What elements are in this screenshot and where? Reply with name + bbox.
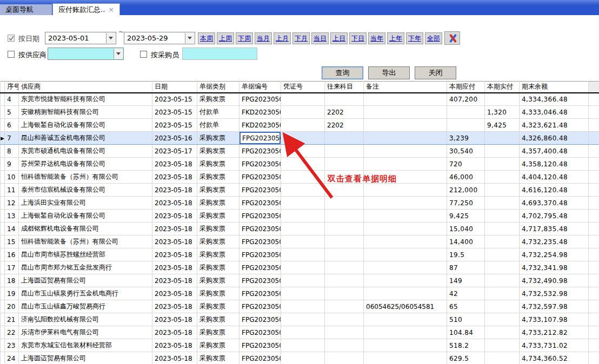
row-indicator[interactable] <box>1 261 5 274</box>
cell-voucher[interactable] <box>281 352 325 364</box>
cell-balance[interactable]: 4,333,046.48 <box>520 106 589 119</box>
cell-type[interactable]: 采购发票 <box>197 326 239 339</box>
cell-no[interactable]: 18 <box>5 274 19 287</box>
cell-note[interactable] <box>364 352 447 364</box>
cell-paid[interactable] <box>485 158 520 171</box>
supplier-filter-checkbox[interactable] <box>8 51 15 58</box>
table-row[interactable]: 12上海浜田实业有限公司2023-05-18采购发票FPG20230500977… <box>1 197 599 210</box>
cell-date[interactable]: 2023-05-18 <box>152 223 197 235</box>
cell-paid[interactable] <box>485 145 520 158</box>
quick-filter-button[interactable]: 上月 <box>274 32 291 44</box>
table-row[interactable]: 6上海银錾自动化设备有限公司2023-05-15付款单FKD2023050042… <box>1 119 599 132</box>
cell-balance[interactable]: 4,326,860.48 <box>520 132 589 145</box>
cell-voucher[interactable] <box>281 210 325 223</box>
row-indicator[interactable] <box>1 171 5 184</box>
cell-paid[interactable] <box>485 223 520 235</box>
table-row[interactable]: ▶7昆山和善诚五金机电有限公司2023-05-16采购发票FPG20230500… <box>1 132 599 145</box>
cell-balance[interactable]: 4,732,254.98 <box>520 248 589 261</box>
row-indicator[interactable] <box>1 106 5 119</box>
row-indicator[interactable] <box>1 184 5 197</box>
cell-balance[interactable]: 4,323,621.48 <box>520 119 589 132</box>
row-indicator[interactable] <box>1 223 5 235</box>
cell-payable[interactable]: 87 <box>447 261 485 274</box>
quick-filter-button[interactable]: 上周 <box>217 32 234 44</box>
date-from-select[interactable]: 2023-05-01 <box>45 32 116 44</box>
cell-note[interactable] <box>364 326 447 339</box>
row-indicator[interactable] <box>1 300 5 313</box>
cell-payable[interactable]: 15,040 <box>447 223 485 235</box>
cell-note[interactable] <box>364 106 447 119</box>
cell-note[interactable] <box>364 132 447 145</box>
cell-note[interactable] <box>364 313 447 326</box>
cell-payable[interactable]: 104.84 <box>447 326 485 339</box>
cell-payable[interactable]: 407,200 <box>447 93 485 106</box>
cell-docno[interactable]: FPG202305013 <box>239 248 281 261</box>
table-row[interactable]: 21济南弘阳数控机械有限公司2023-05-18采购发票FPG202305018… <box>1 313 599 326</box>
cell-paid[interactable] <box>485 248 520 261</box>
quick-filter-button[interactable]: 当月 <box>255 32 272 44</box>
cell-payable[interactable]: 19.5 <box>447 248 485 261</box>
cell-date[interactable]: 2023-05-18 <box>152 248 197 261</box>
cell-date[interactable]: 2023-05-18 <box>152 352 197 364</box>
chevron-down-icon[interactable] <box>106 33 115 43</box>
cell-note[interactable] <box>364 184 447 197</box>
cell-date[interactable]: 2023-05-18 <box>152 313 197 326</box>
cell-type[interactable]: 付款单 <box>197 119 239 132</box>
cell-supplier[interactable]: 恒科德智能装备（苏州）有限公司 <box>19 171 152 184</box>
cell-payable[interactable]: 9,425 <box>447 210 485 223</box>
cell-docno[interactable]: FPG202305010 <box>239 210 281 223</box>
cell-note[interactable] <box>364 339 447 352</box>
cell-date[interactable]: 2023-05-15 <box>152 119 197 132</box>
cell-account[interactable] <box>325 184 364 197</box>
table-row[interactable]: 22乐清市伊莱科电气有限公司2023-05-18采购发票FPG202305019… <box>1 326 599 339</box>
cell-note[interactable] <box>364 197 447 210</box>
row-indicator[interactable] <box>1 248 5 261</box>
cell-voucher[interactable] <box>281 235 325 248</box>
cell-date[interactable]: 2023-05-18 <box>152 261 197 274</box>
cell-account[interactable] <box>325 352 364 364</box>
cell-paid[interactable]: 9,425 <box>485 119 520 132</box>
cell-account[interactable]: 2202 <box>325 119 364 132</box>
supplier-select[interactable] <box>48 48 124 60</box>
cell-payable[interactable]: 629.5 <box>447 352 485 364</box>
close-icon[interactable]: × <box>108 6 114 13</box>
table-row[interactable]: 18上海圆迈贸易有限公司2023-05-18采购发票FPG20230501514… <box>1 274 599 287</box>
date-filter-checkbox[interactable] <box>8 35 15 42</box>
cell-supplier[interactable]: 乐清市伊莱科电气有限公司 <box>19 326 152 339</box>
cell-note[interactable]: 06054625/06054581 <box>364 300 447 313</box>
cell-paid[interactable] <box>485 197 520 210</box>
cell-no[interactable]: 5 <box>5 106 19 119</box>
quick-filter-button[interactable]: 下周 <box>236 32 253 44</box>
cell-no[interactable]: 17 <box>5 261 19 274</box>
cell-account[interactable] <box>325 223 364 235</box>
cell-no[interactable]: 6 <box>5 119 19 132</box>
cell-voucher[interactable] <box>281 287 325 300</box>
table-row[interactable]: 8东莞市硕通机电设备有限公司2023-05-17采购发票FPG202305005… <box>1 145 599 158</box>
cell-paid[interactable]: 1,320 <box>485 106 520 119</box>
cell-docno[interactable]: FPG202305017 <box>239 300 281 313</box>
row-indicator[interactable] <box>1 210 5 223</box>
cell-docno[interactable]: FPG202305006 <box>239 158 281 171</box>
cell-type[interactable]: 采购发票 <box>197 339 239 352</box>
quick-filter-button[interactable]: 本周 <box>198 32 215 44</box>
cell-account[interactable] <box>325 313 364 326</box>
cell-no[interactable]: 15 <box>5 235 19 248</box>
cell-payable[interactable]: 518.2 <box>447 339 485 352</box>
cell-supplier[interactable]: 昆山市玉山镇鑫万峻贸易商行 <box>19 300 152 313</box>
row-indicator[interactable] <box>1 313 5 326</box>
row-indicator[interactable] <box>1 235 5 248</box>
cell-voucher[interactable] <box>281 274 325 287</box>
cell-voucher[interactable] <box>281 132 325 145</box>
cell-paid[interactable] <box>485 274 520 287</box>
row-indicator[interactable] <box>1 274 5 287</box>
cell-account[interactable] <box>325 132 364 145</box>
cell-date[interactable]: 2023-05-18 <box>152 287 197 300</box>
quick-filter-button[interactable]: 下日 <box>349 32 367 44</box>
cell-account[interactable]: 2202 <box>325 106 364 119</box>
cell-no[interactable]: 12 <box>5 197 19 210</box>
cell-balance[interactable]: 4,733,731.02 <box>520 339 589 352</box>
cell-paid[interactable] <box>485 210 520 223</box>
cell-supplier[interactable]: 昆山和善诚五金机电有限公司 <box>19 132 152 145</box>
quick-filter-button[interactable]: 上日 <box>330 32 348 44</box>
cell-no[interactable]: 20 <box>5 300 19 313</box>
